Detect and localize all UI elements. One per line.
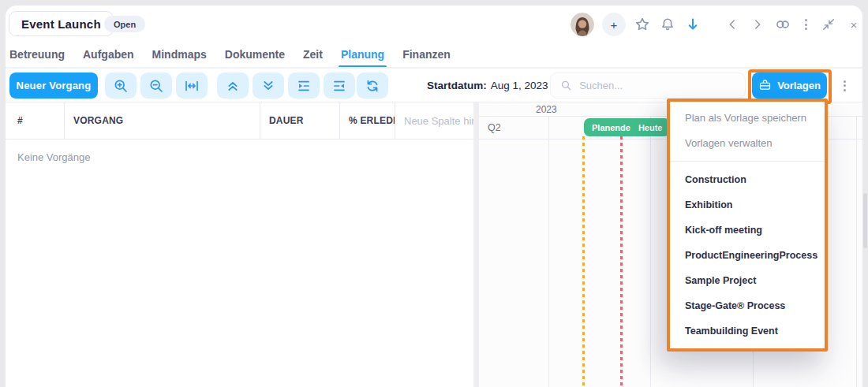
tab-mindmaps[interactable]: Mindmaps — [152, 48, 207, 61]
more-options-kebab-icon[interactable] — [799, 16, 812, 33]
indent-icon — [296, 78, 312, 94]
gantt-toolbar: Neuer Vorgang — [6, 69, 862, 102]
tab-betreuung[interactable]: Betreuung — [9, 48, 65, 61]
menu-item-template[interactable]: Sample Project — [670, 268, 825, 293]
avatar-image — [571, 13, 594, 36]
menu-item-template[interactable]: Exhibition — [670, 192, 825, 218]
tab-aufgaben[interactable]: Aufgaben — [83, 48, 134, 61]
search-icon — [560, 79, 572, 92]
menu-item-template[interactable]: Kick-off meeting — [670, 218, 825, 243]
nav-forward-chevron-icon[interactable] — [749, 16, 766, 33]
fit-width-icon — [184, 78, 200, 94]
favorite-star-icon[interactable] — [634, 16, 651, 33]
vertical-scrollbar-thumb[interactable] — [863, 193, 867, 248]
double-chevron-up-icon — [225, 78, 241, 94]
zoom-out-button[interactable] — [140, 73, 172, 99]
toolbar-kebab-icon — [838, 73, 851, 99]
add-member-button[interactable]: + — [602, 13, 626, 36]
plan-end-label: Planende — [592, 123, 630, 132]
search-input[interactable] — [579, 80, 735, 91]
menu-item-template[interactable]: Stage-Gate® Process — [670, 293, 825, 318]
user-avatar[interactable] — [571, 13, 594, 36]
status-badge[interactable]: Open — [104, 16, 145, 32]
templates-button-label: Vorlagen — [777, 80, 821, 91]
templates-button[interactable]: Vorlagen — [752, 73, 827, 99]
close-icon[interactable]: × — [845, 16, 862, 33]
indent-button[interactable] — [288, 73, 320, 99]
tab-bar: Betreuung Aufgaben Mindmaps Dokumente Ze… — [9, 42, 451, 67]
today-label: Heute — [638, 123, 663, 132]
app-page: Event Launch Open + — [0, 0, 868, 387]
outdent-button[interactable] — [324, 73, 355, 99]
expand-all-button[interactable] — [253, 73, 284, 99]
empty-tasks-message: Keine Vorgänge — [17, 151, 91, 163]
toolbar-more-button[interactable] — [836, 73, 852, 99]
column-number[interactable]: # — [6, 102, 65, 139]
menu-item-save-as-template[interactable]: Plan als Vorlage speichern — [670, 106, 825, 131]
refresh-icon — [365, 78, 380, 94]
zoom-to-fit-button[interactable] — [176, 73, 208, 99]
tab-zeit[interactable]: Zeit — [303, 48, 323, 61]
task-table-header: # VORGANG DAUER % ERLEDI… Neue Spalte hi… — [6, 102, 473, 140]
project-title[interactable]: Event Launch — [9, 11, 114, 36]
start-date-value: Aug 1, 2023 — [491, 80, 548, 91]
today-marker-line — [620, 136, 623, 387]
timeline-markers-badge: Planende Heute — [584, 118, 670, 136]
start-date: Startdatum: Aug 1, 2023 — [427, 69, 548, 102]
table-gantt-splitter[interactable] — [473, 102, 479, 387]
grid-line — [548, 117, 549, 387]
link-icon[interactable] — [774, 16, 791, 33]
collapse-window-icon[interactable] — [820, 16, 837, 33]
grid-line — [856, 117, 857, 387]
menu-item-template[interactable]: Construction — [670, 167, 825, 192]
collapse-all-button[interactable] — [217, 73, 249, 99]
timeline-year-label: 2023 — [536, 104, 557, 115]
add-column-placeholder[interactable]: Neue Spalte hir — [395, 102, 473, 139]
column-percent-done[interactable]: % ERLEDI… — [340, 102, 395, 139]
column-duration[interactable]: DAUER — [260, 102, 340, 139]
outdent-icon — [331, 78, 347, 94]
app-window: Event Launch Open + — [6, 6, 862, 387]
double-chevron-down-icon — [260, 78, 276, 94]
new-task-button[interactable]: Neuer Vorgang — [9, 73, 98, 99]
plan-end-marker-line — [582, 136, 585, 387]
task-table: # VORGANG DAUER % ERLEDI… Neue Spalte hi… — [6, 102, 473, 387]
briefcase-icon — [758, 79, 772, 92]
column-task[interactable]: VORGANG — [65, 102, 260, 139]
search-box[interactable] — [550, 73, 746, 99]
menu-item-template[interactable]: Teambuilding Event — [670, 318, 825, 344]
menu-item-manage-templates[interactable]: Vorlagen verwalten — [670, 131, 825, 156]
menu-divider — [670, 161, 825, 162]
timeline-quarter-label: Q2 — [488, 122, 501, 133]
notifications-bell-icon[interactable] — [659, 16, 676, 33]
download-arrow-icon[interactable] — [684, 16, 702, 33]
tab-finanzen[interactable]: Finanzen — [402, 48, 451, 61]
tab-dokumente[interactable]: Dokumente — [225, 48, 285, 61]
refresh-button[interactable] — [357, 73, 388, 99]
templates-dropdown-menu: Plan als Vorlage speichern Vorlagen verw… — [667, 99, 828, 352]
tab-planung[interactable]: Planung — [341, 48, 384, 61]
start-date-label: Startdatum: — [427, 80, 487, 91]
grid-line — [650, 117, 651, 387]
zoom-out-icon — [148, 78, 164, 94]
zoom-in-button[interactable] — [105, 73, 137, 99]
nav-back-chevron-icon[interactable] — [724, 16, 741, 33]
menu-item-template[interactable]: ProductEngineeringProcess — [670, 243, 825, 268]
zoom-in-icon — [113, 78, 129, 94]
titlebar-actions: + × — [571, 12, 862, 37]
